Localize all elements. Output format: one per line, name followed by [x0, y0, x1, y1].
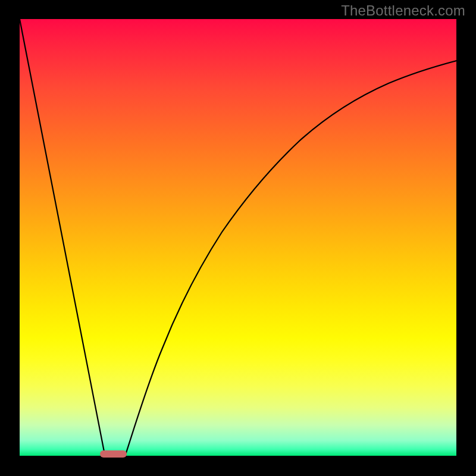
chart-frame: TheBottleneck.com [0, 0, 476, 476]
valley-marker [100, 450, 127, 458]
watermark-text: TheBottleneck.com [341, 2, 465, 19]
bottleneck-curve [20, 19, 456, 456]
plot-area [20, 19, 456, 456]
curve-path [20, 19, 456, 455]
